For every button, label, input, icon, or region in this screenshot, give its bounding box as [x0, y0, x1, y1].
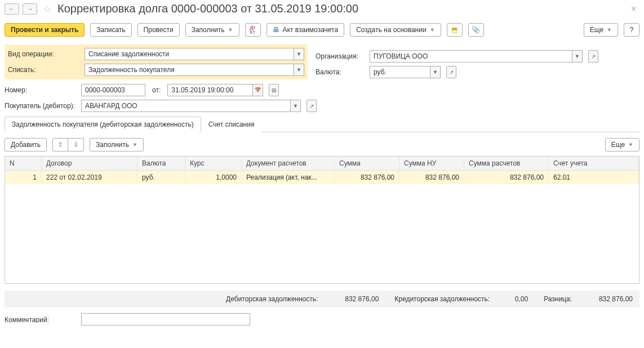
- buyer-dropdown[interactable]: ▼: [291, 100, 301, 112]
- cell-kurs: 1,0000: [185, 171, 242, 184]
- diff-label: Разница:: [544, 295, 572, 303]
- comment-label: Комментарий:: [5, 316, 78, 323]
- tab-more-label: Еще: [611, 141, 625, 149]
- col-dog[interactable]: Договор: [42, 157, 137, 170]
- chevron-down-icon: ▼: [628, 142, 633, 148]
- cur-label: Валюта:: [316, 68, 366, 76]
- col-sumr[interactable]: Сумма расчетов: [464, 157, 549, 170]
- comment-input[interactable]: [81, 313, 250, 325]
- tab-more-button[interactable]: Еще ▼: [605, 138, 639, 151]
- number-input[interactable]: 0000-000003: [81, 84, 145, 96]
- chevron-down-icon: ▼: [132, 142, 137, 148]
- tab-account[interactable]: Счет списания: [201, 117, 262, 132]
- more-label: Еще: [590, 26, 603, 34]
- from-label: от:: [152, 86, 161, 94]
- tab-debt[interactable]: Задолженность покупателя (дебиторская за…: [5, 117, 201, 132]
- page-title: Корректировка долга 0000-000003 от 31.05…: [57, 2, 358, 15]
- col-n[interactable]: N: [5, 157, 42, 170]
- move-up-button[interactable]: ⇧: [52, 138, 68, 151]
- buyer-label: Покупатель (дебитор):: [5, 102, 78, 110]
- cur-dropdown[interactable]: ▼: [430, 66, 441, 78]
- cr-value: 0,00: [494, 295, 528, 303]
- org-open-button[interactable]: ↗: [588, 50, 598, 63]
- number-label: Номер:: [5, 86, 78, 94]
- footer-totals: Дебиторская задолженность: 832 876,00 Кр…: [5, 291, 639, 307]
- cell-n: 1: [5, 171, 42, 184]
- fill-button[interactable]: Заполнить ▼: [185, 23, 239, 37]
- writeoff-dropdown[interactable]: ▼: [294, 64, 304, 76]
- print-icon: 🖶: [273, 26, 279, 34]
- buyer-open-button[interactable]: ↗: [307, 100, 317, 112]
- op-type-dropdown[interactable]: ▼: [294, 48, 304, 60]
- date-extra-button[interactable]: ▤: [269, 84, 279, 96]
- org-label: Организация:: [316, 52, 366, 60]
- writeoff-input[interactable]: Задолженность покупателя: [85, 64, 294, 76]
- chevron-down-icon: ▼: [430, 27, 435, 33]
- create-based-label: Создать на основании: [356, 26, 427, 34]
- form-icon: ▤: [272, 87, 277, 93]
- col-sum[interactable]: Сумма: [335, 157, 399, 170]
- writeoff-label: Списать:: [8, 66, 81, 74]
- col-doc[interactable]: Документ расчетов: [242, 157, 335, 170]
- help-button[interactable]: ?: [624, 23, 639, 37]
- arrow-up-icon: ⇧: [57, 141, 63, 149]
- act-button[interactable]: 🖶 Акт взаимозачета: [267, 23, 345, 37]
- paperclip-icon: 📎: [472, 26, 480, 34]
- cell-sumr: 832 876,00: [464, 171, 549, 184]
- org-input[interactable]: ПУГОВИЦА ООО: [370, 50, 572, 63]
- more-button[interactable]: Еще ▼: [584, 23, 618, 37]
- chevron-down-icon: ▼: [228, 27, 233, 33]
- tab-fill-button[interactable]: Заполнить ▼: [90, 138, 144, 151]
- cr-label: Кредиторская задолженность:: [394, 295, 490, 303]
- structure-button[interactable]: ⬒: [447, 23, 463, 37]
- fill-label: Заполнить: [192, 26, 225, 34]
- open-icon: ↗: [309, 103, 314, 109]
- close-icon[interactable]: ×: [628, 4, 639, 14]
- org-dropdown[interactable]: ▼: [572, 50, 583, 63]
- col-sumnu[interactable]: Сумма НУ: [399, 157, 464, 170]
- op-type-input[interactable]: Списание задолженности: [85, 48, 294, 60]
- move-down-button[interactable]: ⇩: [68, 138, 84, 151]
- post-button[interactable]: Провести: [137, 23, 180, 37]
- col-acct[interactable]: Счет учета: [549, 157, 639, 170]
- cell-sum: 832 876,00: [335, 171, 399, 184]
- dtkt-icon: ДтКт: [250, 25, 255, 34]
- cell-doc: Реализация (акт, нак...: [242, 171, 335, 184]
- favorite-icon[interactable]: ☆: [43, 3, 52, 15]
- calendar-button[interactable]: 📅: [253, 84, 263, 96]
- diff-value: 832 876,00: [576, 295, 633, 303]
- cell-sumnu: 832 876,00: [399, 171, 464, 184]
- post-and-close-button[interactable]: Провести и закрыть: [5, 23, 85, 37]
- cur-open-button[interactable]: ↗: [446, 66, 456, 78]
- cell-dog: 222 от 02.02.2019: [42, 171, 137, 184]
- attach-button[interactable]: 📎: [468, 23, 484, 37]
- forward-button[interactable]: →: [23, 3, 37, 15]
- cur-input[interactable]: руб.: [370, 66, 430, 78]
- debt-grid: N Договор Валюта Курс Документ расчетов …: [5, 156, 639, 284]
- tab-fill-label: Заполнить: [96, 141, 129, 149]
- col-val[interactable]: Валюта: [137, 157, 185, 170]
- dr-label: Дебиторская задолженность:: [226, 295, 318, 303]
- cell-val: руб.: [137, 171, 185, 184]
- col-kurs[interactable]: Курс: [185, 157, 242, 170]
- chevron-down-icon: ▼: [607, 27, 612, 33]
- structure-icon: ⬒: [451, 26, 458, 34]
- act-label: Акт взаимозачета: [283, 26, 339, 34]
- create-based-button[interactable]: Создать на основании ▼: [350, 23, 441, 37]
- cell-acct: 62.01: [549, 171, 639, 184]
- back-button[interactable]: ←: [5, 3, 19, 15]
- date-input[interactable]: 31.05.2019 19:00:00: [167, 84, 253, 96]
- dtkt-button[interactable]: ДтКт: [245, 23, 261, 37]
- add-row-button[interactable]: Добавить: [5, 138, 47, 151]
- open-icon: ↗: [449, 69, 454, 75]
- calendar-icon: 📅: [255, 87, 261, 93]
- save-button[interactable]: Записать: [90, 23, 131, 37]
- arrow-down-icon: ⇩: [73, 141, 79, 149]
- table-row[interactable]: 1 222 от 02.02.2019 руб. 1,0000 Реализац…: [5, 171, 639, 184]
- dr-value: 832 876,00: [322, 295, 379, 303]
- buyer-input[interactable]: АВАНГАРД ООО: [81, 100, 291, 112]
- open-icon: ↗: [591, 53, 596, 60]
- op-type-label: Вид операции:: [8, 50, 81, 58]
